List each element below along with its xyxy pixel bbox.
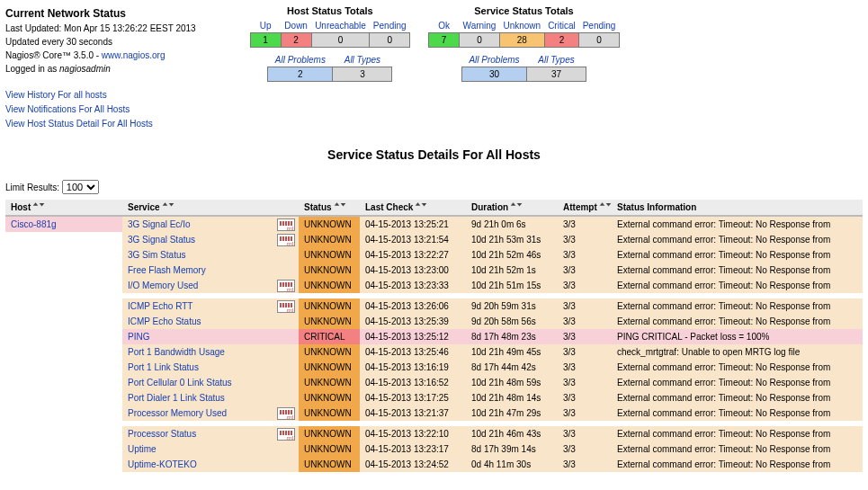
totals-header[interactable]: Pending <box>583 21 616 31</box>
totals-cell[interactable]: 37 <box>527 67 586 82</box>
cell-info: PING CRITICAL - Packet loss = 100% <box>612 329 863 344</box>
service-link[interactable]: 3G Signal Status <box>128 235 195 245</box>
logged-in-line: Logged in as nagiosadmin <box>5 62 196 76</box>
sort-icon[interactable] <box>162 202 174 212</box>
product-link[interactable]: www.nagios.org <box>102 50 166 60</box>
logged-in-user: nagiosadmin <box>59 64 111 74</box>
service-link[interactable]: 3G Sim Status <box>128 250 185 260</box>
product-line: Nagios® Core™ 3.5.0 - www.nagios.org <box>5 49 196 62</box>
totals-subheader[interactable]: All Problems <box>461 53 526 67</box>
cell-info: External command error: Timeout: No Resp… <box>612 360 863 375</box>
cell-duration: 10d 21h 48m 14s <box>466 390 558 405</box>
cell-duration: 8d 17h 39m 14s <box>466 441 558 457</box>
rrd-icon[interactable] <box>277 234 295 246</box>
service-link[interactable]: ICMP Echo RTT <box>128 301 192 311</box>
service-link[interactable]: PING <box>128 332 149 342</box>
table-row: PINGCRITICAL04-15-2013 13:25:128d 17h 48… <box>5 329 863 344</box>
col-attempt[interactable]: Attempt <box>558 200 612 216</box>
col-status[interactable]: Status <box>299 200 360 216</box>
totals-header[interactable]: Critical <box>548 21 576 31</box>
sort-icon[interactable] <box>510 202 523 212</box>
totals-cell[interactable]: 30 <box>461 67 526 82</box>
totals-cell[interactable]: 0 <box>460 33 500 48</box>
link-host-status-detail[interactable]: View Host Status Detail For All Hosts <box>5 119 153 129</box>
totals-header[interactable]: Unreachable <box>315 21 366 31</box>
totals-header[interactable]: Ok <box>438 21 450 31</box>
limit-select[interactable]: 100 <box>62 180 99 194</box>
rrd-icon[interactable] <box>277 300 295 313</box>
totals-cell[interactable]: 28 <box>499 33 544 48</box>
table-row: Cisco-881g3G Signal Ec/IoUNKNOWN04-15-20… <box>5 216 863 232</box>
table-row: ICMP Echo StatusUNKNOWN04-15-2013 13:25:… <box>5 314 863 329</box>
sort-icon[interactable] <box>599 202 612 212</box>
col-host[interactable]: Host <box>5 200 122 216</box>
totals-cell[interactable]: 0 <box>370 33 410 48</box>
service-status-table: Host Service Status Last Check Duration … <box>5 200 863 472</box>
host-link[interactable]: Cisco-881g <box>11 219 57 229</box>
service-link[interactable]: Uptime-KOTEKO <box>128 459 197 469</box>
col-service[interactable]: Service <box>122 200 299 216</box>
service-link[interactable]: Port 1 Bandwidth Usage <box>128 347 225 357</box>
totals-header[interactable]: Up <box>260 21 272 31</box>
totals-cell[interactable]: 2 <box>268 67 333 82</box>
totals-header[interactable]: Pending <box>373 21 407 31</box>
totals-header[interactable]: Unknown <box>503 21 541 31</box>
status-cell: UNKNOWN <box>299 344 360 360</box>
totals-header[interactable]: Down <box>284 21 308 31</box>
link-notifications[interactable]: View Notifications For All Hosts <box>5 104 130 114</box>
rrd-icon[interactable] <box>277 280 295 292</box>
service-link[interactable]: 3G Signal Ec/Io <box>128 219 190 229</box>
cell-last_check: 04-15-2013 13:16:52 <box>360 375 466 390</box>
service-link[interactable]: I/O Memory Used <box>128 281 198 290</box>
service-link[interactable]: Processor Memory Used <box>128 408 227 418</box>
rrd-icon[interactable] <box>277 428 295 441</box>
table-row: Free Flash MemoryUNKNOWN04-15-2013 13:23… <box>5 263 863 278</box>
totals-cell[interactable]: 2 <box>281 33 311 48</box>
totals-cell[interactable]: 1 <box>250 33 281 48</box>
service-link[interactable]: Port Dialer 1 Link Status <box>128 393 225 403</box>
cell-attempt: 3/3 <box>558 247 612 263</box>
col-duration[interactable]: Duration <box>466 200 558 216</box>
cell-last_check: 04-15-2013 13:25:21 <box>360 216 466 232</box>
status-cell: UNKNOWN <box>299 405 360 421</box>
cell-duration: 10d 21h 46m 43s <box>466 426 558 441</box>
col-last-check[interactable]: Last Check <box>360 200 466 216</box>
cell-attempt: 3/3 <box>558 441 612 457</box>
rrd-icon[interactable] <box>277 407 295 420</box>
cell-attempt: 3/3 <box>558 329 612 344</box>
cell-last_check: 04-15-2013 13:25:39 <box>360 314 466 329</box>
service-link[interactable]: Port 1 Link Status <box>128 362 199 372</box>
cell-duration: 10d 21h 48m 59s <box>466 375 558 390</box>
link-history[interactable]: View History For all hosts <box>5 90 107 100</box>
col-info: Status Information <box>612 200 863 216</box>
status-cell: UNKNOWN <box>299 360 360 375</box>
sort-icon[interactable] <box>32 202 45 212</box>
product-prefix: Nagios® Core™ 3.5.0 - <box>5 50 102 60</box>
totals-cell[interactable]: 0 <box>579 33 620 48</box>
cell-duration: 10d 21h 47m 29s <box>466 405 558 421</box>
totals-cell[interactable]: 0 <box>311 33 370 48</box>
totals-cell[interactable]: 2 <box>544 33 579 48</box>
service-link[interactable]: Port Cellular 0 Link Status <box>128 378 232 388</box>
table-row: 3G Signal StatusUNKNOWN04-15-2013 13:21:… <box>5 232 863 247</box>
totals-cell[interactable]: 3 <box>333 67 392 82</box>
totals-header[interactable]: Warning <box>463 21 497 31</box>
sort-icon[interactable] <box>415 202 427 212</box>
cell-info: External command error: Timeout: No Resp… <box>612 426 863 441</box>
cell-info: External command error: Timeout: No Resp… <box>612 247 863 263</box>
totals-cell[interactable]: 7 <box>429 33 460 48</box>
totals-subheader[interactable]: All Types <box>527 53 586 67</box>
cell-last_check: 04-15-2013 13:25:46 <box>360 344 466 360</box>
service-link[interactable]: ICMP Echo Status <box>128 316 201 326</box>
service-status-totals: Service Status TotalsOkWarningUnknownCri… <box>428 5 620 82</box>
totals-subheader[interactable]: All Problems <box>268 53 333 67</box>
cell-attempt: 3/3 <box>558 457 612 472</box>
service-link[interactable]: Uptime <box>128 444 157 454</box>
totals-subheader[interactable]: All Types <box>333 53 392 67</box>
service-link[interactable]: Processor Status <box>128 429 196 439</box>
rrd-icon[interactable] <box>277 218 295 231</box>
sort-icon[interactable] <box>334 202 346 212</box>
cell-duration: 8d 17h 44m 42s <box>466 360 558 375</box>
cell-info: External command error: Timeout: No Resp… <box>612 405 863 421</box>
service-link[interactable]: Free Flash Memory <box>128 265 206 275</box>
